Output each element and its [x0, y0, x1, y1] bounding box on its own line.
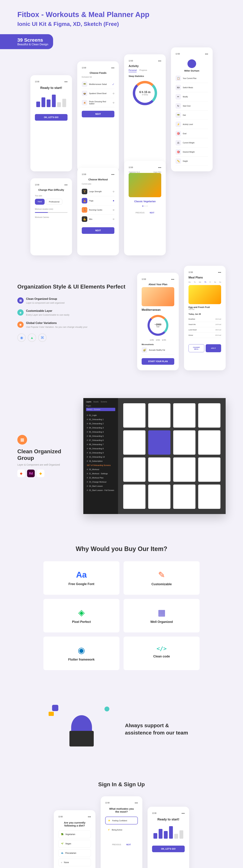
motivate-question: What motivates you the most?: [107, 807, 136, 813]
hero-screens: 12:00●●● Ready to start! OK, LET'S GO! 1…: [0, 58, 243, 175]
layer-row[interactable]: #23_Change Workout: [86, 480, 115, 484]
phone-meal-classic: 12:00●●● Vegetarian No.6Vegan Plan Class…: [124, 161, 166, 255]
next-link[interactable]: NEXT: [150, 212, 154, 214]
layer-row[interactable]: #09_Onboarding 8: [86, 446, 115, 451]
color-icon: ◉: [18, 321, 24, 328]
layer-row[interactable]: #05_Onboarding 4: [86, 430, 115, 434]
layer-row[interactable]: SET of Onboarding Screens: [86, 463, 115, 467]
ate-button[interactable]: ATE IT: [206, 344, 221, 352]
main-subtitle: Ionic UI Kit & Figma, XD, Sketch (Free): [18, 21, 226, 27]
menu-item[interactable]: 📏Height: [176, 157, 208, 166]
prev-link[interactable]: PREVIOUS: [112, 844, 121, 846]
menu-item[interactable]: 🍽Switch Meals: [176, 83, 208, 92]
sleep-stats-label: Sleep Statistics: [129, 75, 161, 78]
org-heading: Organization Style & UI Elements Perfect: [18, 283, 127, 290]
tab-personal[interactable]: Personal: [129, 69, 136, 72]
screens-row-2: 12:00●●● Change Plan Difficulty Your pla…: [0, 164, 243, 259]
next-button[interactable]: NEXT: [82, 227, 114, 234]
meal-plans-title: Meal Plans: [188, 276, 221, 279]
next-link[interactable]: NEXT: [126, 844, 131, 846]
organize-icon: ▦: [158, 608, 165, 617]
menu-item[interactable]: ✏Modify: [176, 92, 208, 101]
feature-item: ◉ Global Color VariationsUse Popular Col…: [18, 321, 127, 329]
menu-item[interactable]: 📋Your Current Plan: [176, 74, 208, 83]
ok-button[interactable]: OK, LET'S GO!: [152, 846, 185, 852]
tab-progress[interactable]: Progress: [140, 69, 147, 72]
menu-item[interactable]: 🎯Desired Weight: [176, 147, 208, 157]
start-plan-button[interactable]: START YOUR PLAN: [142, 358, 174, 365]
next-button[interactable]: NEXT: [82, 111, 114, 117]
layer-row[interactable]: #04_Onboarding 3: [86, 426, 115, 430]
phone-difficulty: 12:00●●● Change Plan Difficulty Your pla…: [30, 178, 72, 255]
diet-option[interactable]: ○None: [58, 859, 91, 866]
diet-question: Are you currently following a diet?: [60, 821, 89, 827]
why-title: Why Would you Buy Our Item?: [18, 545, 226, 553]
pixel-icon: ◈: [78, 608, 85, 617]
prev-link[interactable]: PREVIOUS: [135, 212, 145, 214]
workout-title: Choose Workout: [82, 178, 114, 181]
layer-row[interactable]: #24_Start Lesson: [86, 484, 115, 488]
badge-sub: Beautiful & Clean Design: [18, 43, 48, 46]
plan-name: Mediterranean: [142, 308, 174, 311]
sketch-icon: ◆: [37, 470, 44, 477]
sleep-chart: 6 h 15 m of sleep: [133, 81, 157, 105]
menu-item[interactable]: ⚡Activity Level: [176, 120, 208, 129]
flutter-icon: ◉: [78, 645, 85, 655]
layer-row[interactable]: #01_Login: [86, 413, 115, 417]
about-plan-title: About Your Plan: [142, 283, 174, 286]
signin-section: Sign In & Sign Up 12:00●●● Are you curre…: [0, 771, 243, 868]
phone-ready: 12:00●●● Ready to start! OK, LET'S GO!: [30, 75, 72, 172]
clean-section: ▦ Clean Organized Group Layer & Componen…: [0, 384, 243, 528]
meal-today: Egg and Fresh Fruit: [188, 306, 221, 309]
layer-row[interactable]: #15_Onboarding 14: [86, 455, 115, 459]
menu-item[interactable]: 🥗Diet: [176, 111, 208, 120]
font-icon: Aa: [76, 570, 87, 580]
phone-activity: 12:00●●● Activity PersonalProgress Sleep…: [124, 54, 166, 172]
menu-item[interactable]: 🎯Goal: [176, 129, 208, 138]
feature-item: ◈ Customizable LayerEvery Layer are Cust…: [18, 309, 127, 317]
activity-title: Activity: [129, 65, 161, 68]
layer-row[interactable]: #08_Onboarding 7: [86, 442, 115, 446]
support-section: Always support & assistence from our tea…: [0, 687, 243, 771]
motivate-option[interactable]: ⚡Being Active: [105, 826, 138, 833]
motivate-option[interactable]: ⭐Feeling Confident: [105, 817, 138, 825]
phone-about-plan: 12:00●●● About Your Plan Mediterranean ~…: [137, 273, 179, 370]
phone-ready-signin: 12:00●●● Ready to start! OK, LET'S GO!: [148, 807, 189, 868]
diet-option[interactable]: 🥦Vegetarian: [58, 831, 91, 838]
pen-icon: ✎: [158, 570, 165, 580]
ok-button[interactable]: OK, LET'S GO!: [35, 114, 67, 121]
layer-row[interactable]: #20_Workout: [86, 467, 115, 471]
layer-row[interactable]: #02_Onboarding 1: [86, 417, 115, 422]
layer-row[interactable]: #07_Onboarding 6: [86, 438, 115, 442]
why-card: ◈Pixel Perfect: [43, 599, 119, 632]
diet-option[interactable]: 🐟Pescatarian: [58, 849, 91, 857]
change-meal-button[interactable]: CHANGE MEAL: [188, 344, 204, 352]
difficulty-title: Change Plan Difficulty: [35, 189, 67, 191]
layer-row[interactable]: #21_Workout - Settings: [86, 471, 115, 476]
layer-row[interactable]: #22_Workout Plan: [86, 476, 115, 480]
menu-item[interactable]: ⚖Current Weight: [176, 138, 208, 147]
layer-row[interactable]: #25_Start Lesson - Full Screen: [86, 488, 115, 492]
layer-row[interactable]: #03_Onboarding 2: [86, 422, 115, 426]
stack-icon: ▦: [18, 435, 27, 444]
why-card: ◉Flutter framework: [43, 637, 119, 670]
choose-food-title: Choose Foods: [82, 71, 114, 74]
diet-option[interactable]: 🌱Vegan: [58, 840, 91, 847]
why-section: Why Would you Buy Our Item? AaFree Googl…: [0, 528, 243, 687]
layer-row[interactable]: #10_Onboarding 9: [86, 451, 115, 455]
phone-choose-food: 12:00●●● Choose Foods Exclusion list 🥗Me…: [77, 61, 119, 172]
xd-icon: Xd: [27, 470, 35, 477]
feature-item: ▦ Clean Organized GroupLayer & component…: [18, 298, 127, 305]
organization-section: Organization Style & UI Elements Perfect…: [0, 259, 243, 384]
customize-icon: ◈: [18, 309, 24, 316]
ready-title-2: Ready to start!: [152, 818, 185, 821]
layer-row[interactable]: #16_Subscription: [86, 459, 115, 463]
code-icon: </>: [157, 645, 166, 652]
signin-title: Sign In & Sign Up: [18, 781, 226, 787]
menu-item[interactable]: ↻Start Over: [176, 101, 208, 111]
clean-desc: Layer & Component are well Organized: [18, 463, 73, 466]
layers-icon: ▦: [18, 298, 24, 304]
why-card: ▦Well Organized: [124, 599, 200, 632]
phone-motivate: 12:00●●● What motivates you the most? ⭐F…: [101, 796, 142, 868]
layer-row[interactable]: #06_Onboarding 5: [86, 434, 115, 438]
